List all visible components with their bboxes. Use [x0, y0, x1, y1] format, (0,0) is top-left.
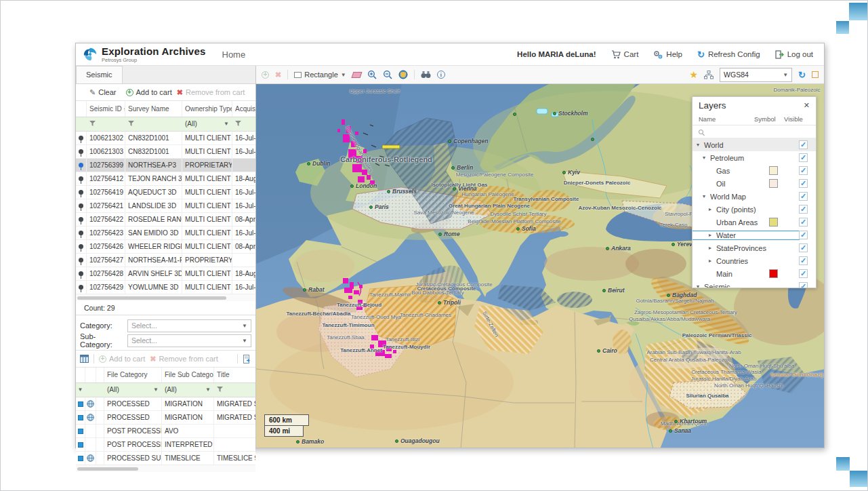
layer-row[interactable]: ▾ Seismic ✓	[693, 280, 816, 288]
help-button[interactable]: Help	[653, 50, 682, 59]
visible-checkbox[interactable]: ✓	[799, 269, 808, 278]
chevron-down-icon: ▼	[224, 117, 229, 131]
files-remove-from-cart-button[interactable]: ✖Remove from cart	[150, 355, 218, 364]
file-row[interactable]: PROCESSED SUPPORT TIMESLICE TIMESLICE 9M…	[76, 452, 255, 465]
visible-checkbox[interactable]: ✓	[799, 218, 808, 227]
map-refresh-icon[interactable]: ↻	[798, 71, 806, 79]
visible-checkbox[interactable]: ✓	[799, 205, 808, 214]
expand-arrow-icon[interactable]: ▸	[709, 232, 715, 238]
eraser-icon[interactable]	[351, 72, 362, 78]
survey-row[interactable]: 102756428 ARVIN SHELF 3D MULTI CLIENT 18…	[76, 267, 255, 281]
file-row[interactable]: POST PROCESSING INTERPRETED	[76, 438, 255, 452]
visible-checkbox[interactable]: ✓	[799, 192, 808, 201]
survey-row[interactable]: 102756426 WHEELER RIDGE 3D MULTI CLIENT …	[76, 240, 255, 254]
map-add-button plus-icon[interactable]: +	[262, 71, 269, 79]
layer-row[interactable]: ▾ World Map ✓	[693, 190, 816, 203]
visible-checkbox[interactable]: ✓	[799, 256, 808, 265]
filter-title[interactable]	[214, 383, 255, 397]
layer-row[interactable]: Main ✓	[693, 267, 816, 280]
survey-row[interactable]: 102756412 TEJON RANCH 3D MULTI CLIENT 18…	[76, 172, 255, 186]
visible-checkbox[interactable]: ✓	[799, 243, 808, 252]
layer-hierarchy-icon[interactable]	[704, 71, 714, 79]
layer-row[interactable]: Urban Areas ✓	[693, 216, 816, 229]
file-row[interactable]: PROCESSED MIGRATION MIGRATED STAC	[76, 397, 255, 411]
layer-row[interactable]: ▸ Water ✓	[693, 229, 816, 241]
layer-row[interactable]: ▸ Countries ✓	[693, 254, 816, 267]
files-add-to-cart-button[interactable]: +Add to cart	[99, 355, 145, 363]
close-icon[interactable]: ✕	[804, 101, 810, 110]
info-icon[interactable]: i	[437, 71, 445, 79]
survey-row[interactable]: 100621303 CN832D1001 MULTI CLIENT 16-Jul…	[76, 145, 255, 159]
layer-row[interactable]: Oil ✓	[693, 177, 816, 190]
selection-shape-dropdown[interactable]: Rectangle ▼	[294, 71, 346, 79]
visible-checkbox[interactable]: ✓	[799, 282, 808, 288]
cart-button[interactable]: Cart	[611, 50, 639, 59]
survey-row[interactable]: 102756421 LANDSLIDE 3D MULTI CLIENT 16-J…	[76, 199, 255, 213]
survey-row[interactable]: 102756423 SAN EMIDIO 3D MULTI CLIENT 16-…	[76, 227, 255, 240]
layers-search-input[interactable]	[693, 125, 816, 138]
filter-ownership[interactable]: (All)▼	[182, 117, 232, 131]
filter-seismic-id[interactable]	[87, 117, 125, 131]
col-survey-name[interactable]: Survey Name	[125, 101, 182, 117]
zoom-in-icon[interactable]	[367, 70, 377, 79]
h-scrollbar[interactable]	[77, 296, 226, 300]
layer-row[interactable]: ▾ World ✓	[693, 138, 816, 151]
file-row[interactable]: POST PROCESSING AVO	[76, 425, 255, 438]
expand-arrow-icon[interactable]: ▾	[703, 155, 709, 161]
layer-row[interactable]: Gas ✓	[693, 164, 816, 177]
expand-arrow-icon[interactable]: ▸	[709, 258, 715, 264]
logout-button[interactable]: Log out	[775, 50, 813, 59]
expand-arrow-icon[interactable]: ▸	[709, 245, 715, 251]
expand-arrow-icon[interactable]: ▾	[697, 283, 703, 288]
survey-row[interactable]: 102756422 ROSEDALE RANCH 3D MULTI CLIENT…	[76, 213, 255, 227]
col-file-sub-category[interactable]: File Sub Category	[162, 368, 214, 382]
col-title[interactable]: Title	[214, 368, 255, 382]
col-acquisition[interactable]: Acquisitio	[232, 101, 255, 117]
map-basin-label: Tanezzuft-Illizi	[386, 336, 419, 342]
map-scalebar: 600 km 400 mi	[264, 414, 309, 437]
file-row[interactable]: PROCESSED MIGRATION MIGRATED STAC	[76, 411, 255, 425]
transparency-icon[interactable]	[812, 71, 819, 78]
expand-arrow-icon[interactable]: ▾	[703, 193, 709, 199]
visible-checkbox[interactable]: ✓	[799, 153, 808, 162]
binoculars-search-icon[interactable]	[421, 71, 431, 79]
h-scrollbar[interactable]	[77, 467, 138, 471]
filter-survey-name[interactable]	[125, 117, 182, 131]
full-extent-globe-icon[interactable]	[398, 70, 408, 79]
visible-checkbox[interactable]: ✓	[799, 166, 808, 175]
survey-row[interactable]: 102756399 NORTHSEA-P3 PROPRIETARY	[76, 159, 255, 172]
visible-checkbox[interactable]: ✓	[799, 179, 808, 188]
survey-row[interactable]: 102756419 AQUEDUCT 3D MULTI CLIENT 16-Ju…	[76, 186, 255, 199]
column-chooser-icon[interactable]	[80, 355, 89, 363]
layer-row[interactable]: ▸ City (points) ✓	[693, 203, 816, 216]
map-canvas[interactable]: Upper Jurassic ShelfKimmeridgian ShalesC…	[256, 84, 824, 448]
category-select[interactable]: Select...▼	[127, 319, 251, 332]
map-remove-button x-icon[interactable]: ✖	[275, 71, 281, 79]
survey-row[interactable]: 100621302 CN832D1001 MULTI CLIENT 16-Jul…	[76, 132, 255, 145]
expand-arrow-icon[interactable]: ▸	[709, 206, 715, 212]
col-ownership-type[interactable]: Ownership Type	[182, 101, 232, 117]
filter-file-sub-category[interactable]: (All)▼	[162, 383, 214, 397]
survey-row[interactable]: 102756427 NORTHSEA-M1-P1 PROPRIETARY	[76, 254, 255, 267]
layer-row[interactable]: ▸ StateProvinces ✓	[693, 241, 816, 254]
filter-file-category[interactable]: (All)▼	[104, 383, 162, 397]
add-to-cart-button[interactable]: +Add to cart	[126, 88, 172, 96]
crs-select[interactable]: WGS84▼	[720, 68, 792, 82]
visible-checkbox[interactable]: ✓	[799, 140, 808, 149]
favorites-star-icon[interactable]: ★	[690, 70, 699, 79]
col-file-category[interactable]: File Category	[104, 368, 162, 382]
layer-row[interactable]: ▾ Petroleum ✓	[693, 151, 816, 164]
subcategory-select[interactable]: Select...▼	[127, 334, 251, 347]
cell-ownership: MULTI CLIENT	[182, 172, 232, 185]
export-report-icon[interactable]	[243, 355, 251, 364]
filter-acquisition[interactable]	[232, 117, 255, 131]
remove-from-cart-button[interactable]: ✖Remove from cart	[177, 88, 245, 97]
refresh-config-button[interactable]: ↻ Refresh Config	[697, 50, 760, 59]
clear-button[interactable]: ✎Clear	[89, 88, 117, 97]
tab-seismic[interactable]: Seismic	[76, 66, 123, 83]
visible-checkbox[interactable]: ✓	[799, 231, 808, 239]
zoom-out-icon[interactable]	[383, 70, 392, 79]
expand-arrow-icon[interactable]: ▾	[697, 142, 703, 148]
survey-row[interactable]: 102756429 YOWLUMNE 3D MULTI CLIENT 16-Ju…	[76, 281, 255, 294]
nav-home[interactable]: Home	[222, 50, 246, 60]
